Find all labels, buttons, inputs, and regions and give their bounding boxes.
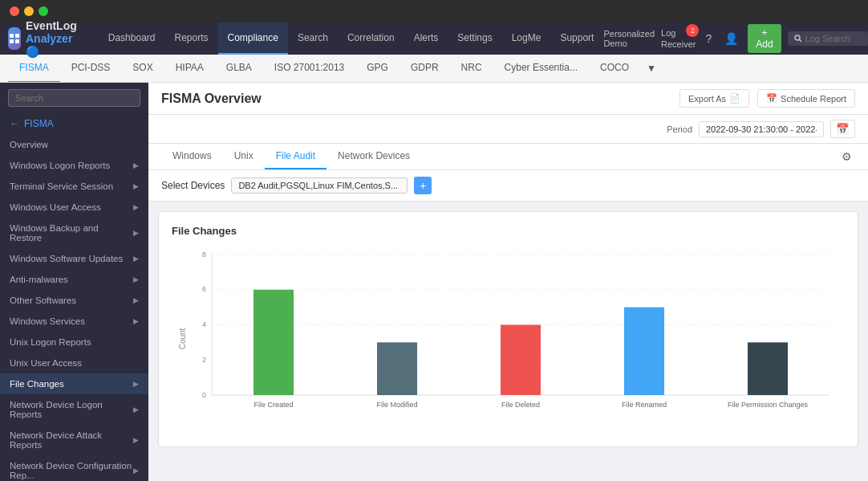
sub-tabs-left: Windows Unix File Audit Network Devices <box>161 144 421 169</box>
export-as-button[interactable]: Export As 📄 <box>679 89 749 108</box>
sidebar-item-file-changes[interactable]: File Changes ▶ <box>0 373 148 394</box>
nav-correlation[interactable]: Correlation <box>338 22 404 55</box>
sidebar-search-input[interactable] <box>8 89 140 107</box>
nav-alerts[interactable]: Alerts <box>404 22 448 55</box>
svg-text:6: 6 <box>202 285 206 293</box>
devices-input[interactable] <box>231 177 408 194</box>
nav-items: Dashboard Reports Compliance Search Corr… <box>99 22 604 55</box>
sidebar-item-windows-services[interactable]: Windows Services ▶ <box>0 311 148 332</box>
chevron-right-icon: ▶ <box>133 203 139 211</box>
sidebar-item-label: Windows Services <box>10 316 85 326</box>
nav-search-bar <box>788 31 868 46</box>
svg-rect-3 <box>15 39 19 43</box>
sidebar-item-backup[interactable]: Windows Backup and Restore ▶ <box>0 218 148 248</box>
svg-rect-2 <box>10 39 14 43</box>
chevron-right-icon: ▶ <box>133 317 139 325</box>
sidebar-item-antimalware[interactable]: Anti-malwares ▶ <box>0 269 148 290</box>
sub-tab-windows[interactable]: Windows <box>161 144 223 169</box>
tab-settings-button[interactable]: ⚙ <box>838 147 855 166</box>
top-nav: EventLog Analyzer 🔵 Dashboard Reports Co… <box>0 22 868 55</box>
compliance-tab-fisma[interactable]: FISMA <box>8 55 60 83</box>
personalized-demo-text: Personalized Demo <box>603 29 655 48</box>
period-input[interactable] <box>699 121 824 137</box>
sidebar-item-network-attack[interactable]: Network Device Attack Reports ▶ <box>0 425 148 455</box>
svg-text:0: 0 <box>202 391 206 399</box>
sidebar-item-unix-user[interactable]: Unix User Access <box>0 353 148 373</box>
sidebar-item-label: Windows User Access <box>10 202 101 212</box>
nav-compliance[interactable]: Compliance <box>218 22 288 55</box>
svg-line-5 <box>799 40 801 43</box>
compliance-tab-sox[interactable]: SOX <box>121 55 164 83</box>
log-receiver-wrapper: Log Receiver 2 <box>661 27 696 50</box>
compliance-tab-coco[interactable]: COCO <box>589 55 640 83</box>
svg-point-4 <box>795 35 800 40</box>
user-icon-button[interactable]: 👤 <box>721 29 741 48</box>
compliance-tab-pcidss[interactable]: PCI-DSS <box>60 55 122 83</box>
file-changes-chart: Count 0 2 4 6 8 <box>172 247 846 431</box>
chevron-right-icon: ▶ <box>133 255 139 263</box>
compliance-tab-cyber[interactable]: Cyber Essentia... <box>493 55 589 83</box>
chevron-right-icon: ▶ <box>133 380 139 388</box>
sub-tab-network-devices[interactable]: Network Devices <box>327 144 421 169</box>
sub-tab-unix[interactable]: Unix <box>223 144 265 169</box>
sidebar-item-label: Unix Logon Reports <box>10 337 91 347</box>
nav-search[interactable]: Search <box>288 22 338 55</box>
compliance-tab-gpg[interactable]: GPG <box>355 55 400 83</box>
sidebar-item-label: Network Device Logon Reports <box>10 400 133 419</box>
maximize-button[interactable] <box>39 6 48 16</box>
nav-search-input[interactable] <box>805 34 862 43</box>
content-header-actions: Export As 📄 📅 Schedule Report <box>679 89 855 108</box>
compliance-tabs-more[interactable]: ▼ <box>640 63 663 74</box>
compliance-tab-gdpr[interactable]: GDPR <box>400 55 450 83</box>
sidebar-back-button[interactable]: ← FISMA <box>0 113 148 134</box>
compliance-tab-hipaa[interactable]: HIPAA <box>164 55 215 83</box>
add-button[interactable]: + Add <box>748 24 781 53</box>
close-button[interactable] <box>10 6 19 16</box>
sidebar-item-network-logon[interactable]: Network Device Logon Reports ▶ <box>0 394 148 425</box>
sub-tab-file-audit[interactable]: File Audit <box>265 144 327 169</box>
calendar-icon-button[interactable]: 📅 <box>830 120 855 138</box>
svg-text:4: 4 <box>202 320 206 328</box>
nav-support[interactable]: Support <box>550 22 603 55</box>
period-bar: Period 📅 <box>148 115 868 144</box>
nav-logme[interactable]: LogMe <box>502 22 551 55</box>
nav-reports[interactable]: Reports <box>165 22 218 55</box>
compliance-tab-iso[interactable]: ISO 27001:2013 <box>263 55 355 83</box>
sidebar-section-title: FISMA <box>24 118 54 129</box>
sidebar-item-overview[interactable]: Overview <box>0 134 148 155</box>
svg-text:File Renamed: File Renamed <box>622 401 667 409</box>
chevron-right-icon: ▶ <box>133 182 139 190</box>
main-wrapper: ← FISMA Overview Windows Logon Reports ▶… <box>0 83 868 481</box>
sidebar-item-other-softwares[interactable]: Other Softwares ▶ <box>0 290 148 311</box>
sidebar-item-label: Overview <box>10 140 48 149</box>
sidebar-item-windows-logon[interactable]: Windows Logon Reports ▶ <box>0 155 148 176</box>
period-label: Period <box>667 124 692 134</box>
chevron-right-icon: ▶ <box>133 229 139 237</box>
svg-text:File Permission Changes: File Permission Changes <box>728 401 809 409</box>
compliance-nav: FISMA PCI-DSS SOX HIPAA GLBA ISO 27001:2… <box>0 55 868 83</box>
schedule-label: Schedule Report <box>781 94 846 104</box>
devices-row: Select Devices + <box>148 170 868 202</box>
compliance-tab-nrc[interactable]: NRC <box>450 55 493 83</box>
nav-dashboard[interactable]: Dashboard <box>99 22 165 55</box>
sidebar-item-terminal[interactable]: Terminal Service Session ▶ <box>0 176 148 197</box>
sidebar-item-network-config[interactable]: Network Device Configuration Rep... ▶ <box>0 455 148 481</box>
schedule-report-button[interactable]: 📅 Schedule Report <box>757 89 855 108</box>
sidebar-item-label: Other Softwares <box>10 296 76 305</box>
sidebar-item-unix-logon[interactable]: Unix Logon Reports <box>0 332 148 353</box>
bar-file-modified <box>377 342 417 395</box>
app-logo: EventLog Analyzer 🔵 <box>8 19 87 58</box>
help-icon-button[interactable]: ? <box>702 29 715 48</box>
nav-settings[interactable]: Settings <box>448 22 501 55</box>
devices-add-button[interactable]: + <box>414 177 432 194</box>
chart-wrapper: Count 0 2 4 6 8 <box>172 247 845 434</box>
compliance-tab-glba[interactable]: GLBA <box>215 55 263 83</box>
svg-text:Count: Count <box>178 328 187 349</box>
sidebar-item-label: Network Device Configuration Rep... <box>10 461 133 480</box>
sidebar-item-label: Windows Logon Reports <box>10 161 110 170</box>
minimize-button[interactable] <box>24 6 34 16</box>
chart-container: File Changes Count 0 2 4 <box>158 211 858 447</box>
sidebar-item-label: File Changes <box>10 379 64 389</box>
sidebar-item-software-updates[interactable]: Windows Software Updates ▶ <box>0 248 148 269</box>
sidebar-item-windows-user[interactable]: Windows User Access ▶ <box>0 197 148 218</box>
